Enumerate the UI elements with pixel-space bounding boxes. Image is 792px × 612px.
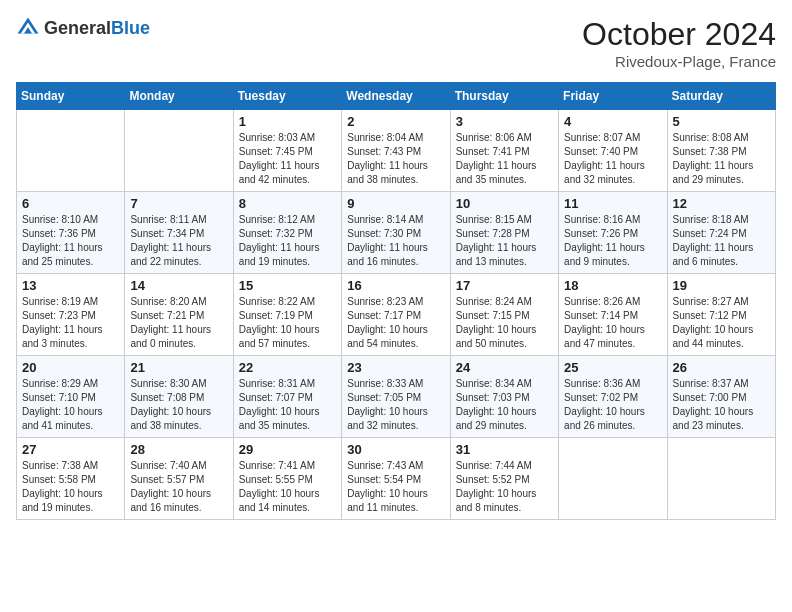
day-info: Sunrise: 8:08 AMSunset: 7:38 PMDaylight:… — [673, 131, 770, 187]
calendar-cell: 11Sunrise: 8:16 AMSunset: 7:26 PMDayligh… — [559, 192, 667, 274]
day-number: 12 — [673, 196, 770, 211]
day-info: Sunrise: 8:18 AMSunset: 7:24 PMDaylight:… — [673, 213, 770, 269]
day-info: Sunrise: 8:29 AMSunset: 7:10 PMDaylight:… — [22, 377, 119, 433]
day-number: 8 — [239, 196, 336, 211]
day-number: 11 — [564, 196, 661, 211]
day-info: Sunrise: 8:23 AMSunset: 7:17 PMDaylight:… — [347, 295, 444, 351]
day-info: Sunrise: 8:10 AMSunset: 7:36 PMDaylight:… — [22, 213, 119, 269]
calendar-cell: 2Sunrise: 8:04 AMSunset: 7:43 PMDaylight… — [342, 110, 450, 192]
day-info: Sunrise: 8:26 AMSunset: 7:14 PMDaylight:… — [564, 295, 661, 351]
day-number: 1 — [239, 114, 336, 129]
logo-text: GeneralBlue — [44, 18, 150, 39]
calendar-cell — [125, 110, 233, 192]
day-number: 14 — [130, 278, 227, 293]
calendar-cell: 12Sunrise: 8:18 AMSunset: 7:24 PMDayligh… — [667, 192, 775, 274]
calendar-cell — [667, 438, 775, 520]
day-info: Sunrise: 8:37 AMSunset: 7:00 PMDaylight:… — [673, 377, 770, 433]
day-info: Sunrise: 7:38 AMSunset: 5:58 PMDaylight:… — [22, 459, 119, 515]
day-of-week-header: Wednesday — [342, 83, 450, 110]
day-info: Sunrise: 8:34 AMSunset: 7:03 PMDaylight:… — [456, 377, 553, 433]
calendar-cell: 19Sunrise: 8:27 AMSunset: 7:12 PMDayligh… — [667, 274, 775, 356]
day-number: 28 — [130, 442, 227, 457]
day-info: Sunrise: 8:16 AMSunset: 7:26 PMDaylight:… — [564, 213, 661, 269]
day-number: 2 — [347, 114, 444, 129]
day-number: 3 — [456, 114, 553, 129]
day-info: Sunrise: 7:43 AMSunset: 5:54 PMDaylight:… — [347, 459, 444, 515]
calendar-cell: 13Sunrise: 8:19 AMSunset: 7:23 PMDayligh… — [17, 274, 125, 356]
calendar-cell: 14Sunrise: 8:20 AMSunset: 7:21 PMDayligh… — [125, 274, 233, 356]
day-number: 30 — [347, 442, 444, 457]
day-of-week-header: Sunday — [17, 83, 125, 110]
calendar-header-row: SundayMondayTuesdayWednesdayThursdayFrid… — [17, 83, 776, 110]
day-number: 18 — [564, 278, 661, 293]
logo: GeneralBlue — [16, 16, 150, 40]
page-header: GeneralBlue October 2024 Rivedoux-Plage,… — [16, 16, 776, 70]
day-of-week-header: Tuesday — [233, 83, 341, 110]
calendar-cell: 25Sunrise: 8:36 AMSunset: 7:02 PMDayligh… — [559, 356, 667, 438]
calendar-week-row: 13Sunrise: 8:19 AMSunset: 7:23 PMDayligh… — [17, 274, 776, 356]
calendar-table: SundayMondayTuesdayWednesdayThursdayFrid… — [16, 82, 776, 520]
calendar-cell: 24Sunrise: 8:34 AMSunset: 7:03 PMDayligh… — [450, 356, 558, 438]
day-number: 23 — [347, 360, 444, 375]
day-number: 9 — [347, 196, 444, 211]
day-info: Sunrise: 8:19 AMSunset: 7:23 PMDaylight:… — [22, 295, 119, 351]
day-info: Sunrise: 8:22 AMSunset: 7:19 PMDaylight:… — [239, 295, 336, 351]
calendar-week-row: 27Sunrise: 7:38 AMSunset: 5:58 PMDayligh… — [17, 438, 776, 520]
day-of-week-header: Thursday — [450, 83, 558, 110]
day-number: 27 — [22, 442, 119, 457]
day-number: 7 — [130, 196, 227, 211]
day-info: Sunrise: 7:41 AMSunset: 5:55 PMDaylight:… — [239, 459, 336, 515]
calendar-cell: 21Sunrise: 8:30 AMSunset: 7:08 PMDayligh… — [125, 356, 233, 438]
day-info: Sunrise: 7:40 AMSunset: 5:57 PMDaylight:… — [130, 459, 227, 515]
calendar-cell: 10Sunrise: 8:15 AMSunset: 7:28 PMDayligh… — [450, 192, 558, 274]
day-number: 13 — [22, 278, 119, 293]
calendar-cell: 27Sunrise: 7:38 AMSunset: 5:58 PMDayligh… — [17, 438, 125, 520]
calendar-cell: 6Sunrise: 8:10 AMSunset: 7:36 PMDaylight… — [17, 192, 125, 274]
day-number: 19 — [673, 278, 770, 293]
day-info: Sunrise: 8:20 AMSunset: 7:21 PMDaylight:… — [130, 295, 227, 351]
calendar-cell — [559, 438, 667, 520]
calendar-week-row: 6Sunrise: 8:10 AMSunset: 7:36 PMDaylight… — [17, 192, 776, 274]
calendar-cell: 16Sunrise: 8:23 AMSunset: 7:17 PMDayligh… — [342, 274, 450, 356]
calendar-cell: 4Sunrise: 8:07 AMSunset: 7:40 PMDaylight… — [559, 110, 667, 192]
day-info: Sunrise: 8:15 AMSunset: 7:28 PMDaylight:… — [456, 213, 553, 269]
calendar-cell: 9Sunrise: 8:14 AMSunset: 7:30 PMDaylight… — [342, 192, 450, 274]
location-title: Rivedoux-Plage, France — [582, 53, 776, 70]
calendar-cell: 5Sunrise: 8:08 AMSunset: 7:38 PMDaylight… — [667, 110, 775, 192]
day-number: 22 — [239, 360, 336, 375]
day-number: 29 — [239, 442, 336, 457]
day-number: 17 — [456, 278, 553, 293]
day-info: Sunrise: 8:11 AMSunset: 7:34 PMDaylight:… — [130, 213, 227, 269]
title-block: October 2024 Rivedoux-Plage, France — [582, 16, 776, 70]
day-of-week-header: Saturday — [667, 83, 775, 110]
day-info: Sunrise: 8:24 AMSunset: 7:15 PMDaylight:… — [456, 295, 553, 351]
calendar-week-row: 20Sunrise: 8:29 AMSunset: 7:10 PMDayligh… — [17, 356, 776, 438]
day-info: Sunrise: 8:04 AMSunset: 7:43 PMDaylight:… — [347, 131, 444, 187]
day-number: 21 — [130, 360, 227, 375]
calendar-cell: 28Sunrise: 7:40 AMSunset: 5:57 PMDayligh… — [125, 438, 233, 520]
calendar-cell: 29Sunrise: 7:41 AMSunset: 5:55 PMDayligh… — [233, 438, 341, 520]
day-number: 4 — [564, 114, 661, 129]
day-info: Sunrise: 8:07 AMSunset: 7:40 PMDaylight:… — [564, 131, 661, 187]
calendar-cell: 26Sunrise: 8:37 AMSunset: 7:00 PMDayligh… — [667, 356, 775, 438]
day-number: 6 — [22, 196, 119, 211]
calendar-cell: 3Sunrise: 8:06 AMSunset: 7:41 PMDaylight… — [450, 110, 558, 192]
calendar-cell: 23Sunrise: 8:33 AMSunset: 7:05 PMDayligh… — [342, 356, 450, 438]
day-info: Sunrise: 8:14 AMSunset: 7:30 PMDaylight:… — [347, 213, 444, 269]
calendar-week-row: 1Sunrise: 8:03 AMSunset: 7:45 PMDaylight… — [17, 110, 776, 192]
day-number: 25 — [564, 360, 661, 375]
day-number: 31 — [456, 442, 553, 457]
day-info: Sunrise: 7:44 AMSunset: 5:52 PMDaylight:… — [456, 459, 553, 515]
month-title: October 2024 — [582, 16, 776, 53]
day-info: Sunrise: 8:30 AMSunset: 7:08 PMDaylight:… — [130, 377, 227, 433]
calendar-cell: 22Sunrise: 8:31 AMSunset: 7:07 PMDayligh… — [233, 356, 341, 438]
calendar-cell: 30Sunrise: 7:43 AMSunset: 5:54 PMDayligh… — [342, 438, 450, 520]
calendar-cell: 17Sunrise: 8:24 AMSunset: 7:15 PMDayligh… — [450, 274, 558, 356]
day-number: 16 — [347, 278, 444, 293]
day-info: Sunrise: 8:03 AMSunset: 7:45 PMDaylight:… — [239, 131, 336, 187]
calendar-cell: 15Sunrise: 8:22 AMSunset: 7:19 PMDayligh… — [233, 274, 341, 356]
day-info: Sunrise: 8:27 AMSunset: 7:12 PMDaylight:… — [673, 295, 770, 351]
day-number: 24 — [456, 360, 553, 375]
day-info: Sunrise: 8:33 AMSunset: 7:05 PMDaylight:… — [347, 377, 444, 433]
day-number: 5 — [673, 114, 770, 129]
